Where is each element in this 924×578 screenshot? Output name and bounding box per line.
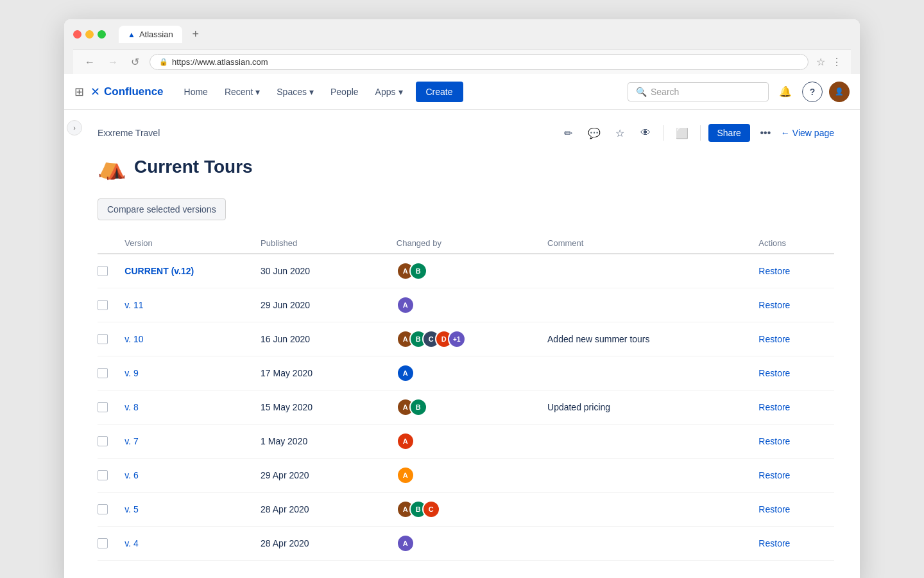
- address-bar[interactable]: 🔒 https://www.atlassian.com: [150, 54, 809, 70]
- restore-link[interactable]: Restore: [758, 300, 790, 310]
- changed-by: ABC: [397, 493, 547, 527]
- restore-link[interactable]: Restore: [758, 266, 790, 276]
- page-title-area: ⛺ Current Tours: [98, 153, 834, 180]
- search-icon: 🔍: [636, 87, 647, 97]
- notifications-button[interactable]: 🔔: [775, 82, 796, 102]
- col-version-header: Version: [124, 233, 261, 254]
- user-avatar[interactable]: 👤: [829, 82, 850, 102]
- table-row: v. 428 Apr 2020ARestore: [98, 527, 834, 561]
- row-checkbox[interactable]: [98, 266, 108, 276]
- comment-icon[interactable]: 💬: [584, 123, 604, 143]
- published-date: 30 Jun 2020: [261, 254, 397, 288]
- grid-icon[interactable]: ⊞: [74, 85, 84, 99]
- divider: [663, 125, 664, 141]
- version-link[interactable]: v. 6: [124, 470, 139, 480]
- nav-apps[interactable]: Apps ▾: [368, 82, 411, 102]
- avatar: A: [397, 364, 415, 382]
- lock-icon: 🔒: [159, 58, 168, 66]
- watch-icon[interactable]: 👁: [635, 123, 656, 143]
- comment-cell: [547, 527, 758, 561]
- edit-icon[interactable]: ✏: [558, 123, 579, 143]
- avatar: B: [409, 398, 427, 416]
- col-actions-header: Actions: [758, 233, 834, 254]
- chevron-down-icon: ▾: [398, 87, 403, 97]
- help-button[interactable]: ?: [802, 82, 823, 102]
- logo-text: Confluence: [104, 85, 164, 98]
- refresh-button[interactable]: ↺: [128, 55, 142, 69]
- row-checkbox[interactable]: [98, 504, 108, 514]
- changed-by: AB: [397, 254, 547, 288]
- version-link[interactable]: v. 11: [124, 300, 143, 310]
- row-checkbox[interactable]: [98, 300, 108, 310]
- restore-link[interactable]: Restore: [758, 504, 790, 514]
- star-icon[interactable]: ☆: [610, 123, 630, 143]
- version-link[interactable]: v. 10: [124, 334, 143, 344]
- page-actions: ✏ 💬 ☆ 👁 ⬜ Share ••• ← View page: [558, 123, 835, 143]
- create-button[interactable]: Create: [416, 82, 463, 102]
- close-button[interactable]: [73, 30, 81, 39]
- chevron-down-icon: ▾: [255, 87, 260, 97]
- browser-tab[interactable]: ▲ Atlassian: [119, 26, 182, 43]
- search-placeholder: Search: [651, 87, 679, 97]
- back-button[interactable]: ←: [82, 55, 98, 69]
- restore-link[interactable]: Restore: [758, 334, 790, 344]
- page-emoji: ⛺: [98, 153, 126, 180]
- version-link[interactable]: v. 9: [124, 368, 139, 378]
- version-link[interactable]: v. 8: [124, 402, 139, 412]
- row-checkbox[interactable]: [98, 470, 108, 480]
- restore-link[interactable]: Restore: [758, 436, 790, 446]
- nav-home[interactable]: Home: [176, 82, 216, 102]
- avatar: B: [409, 262, 427, 280]
- view-page-link[interactable]: ← View page: [781, 128, 834, 138]
- nav-right: 🔍 Search 🔔 ? 👤: [628, 82, 850, 102]
- maximize-button[interactable]: [98, 30, 106, 39]
- row-checkbox[interactable]: [98, 402, 108, 412]
- version-link[interactable]: v. 5: [124, 504, 139, 514]
- table-row: v. 528 Apr 2020ABCRestore: [98, 493, 834, 527]
- sidebar-toggle-button[interactable]: ›: [67, 120, 82, 136]
- changed-by: AB: [397, 390, 547, 425]
- nav-links: Home Recent ▾ Spaces ▾ People Apps ▾ Cre…: [176, 82, 463, 102]
- breadcrumb: Exxreme Travel: [98, 128, 160, 138]
- version-link[interactable]: CURRENT (v.12): [124, 266, 194, 276]
- avatar: A: [397, 466, 415, 484]
- row-checkbox[interactable]: [98, 538, 108, 548]
- restore-link[interactable]: Restore: [758, 368, 790, 378]
- row-checkbox[interactable]: [98, 436, 108, 446]
- restore-link[interactable]: Restore: [758, 402, 790, 412]
- forward-button[interactable]: →: [105, 55, 121, 69]
- copy-link-icon[interactable]: ⬜: [672, 123, 692, 143]
- share-button[interactable]: Share: [708, 124, 750, 142]
- logo-area[interactable]: ✕ Confluence: [90, 85, 164, 99]
- col-published-header: Published: [261, 233, 397, 254]
- nav-recent[interactable]: Recent ▾: [217, 82, 268, 102]
- compare-button[interactable]: Compare selected versions: [98, 198, 226, 220]
- comment-cell: Added new summer tours: [547, 322, 758, 356]
- table-row: v. 815 May 2020ABUpdated pricingRestore: [98, 390, 834, 425]
- search-box[interactable]: 🔍 Search: [628, 82, 769, 101]
- browser-menu-icon[interactable]: ⋮: [832, 56, 842, 68]
- minimize-button[interactable]: [85, 30, 94, 39]
- nav-people[interactable]: People: [323, 82, 366, 102]
- published-date: 16 Jun 2020: [261, 322, 397, 356]
- avatar: A: [397, 296, 415, 314]
- avatar: C: [422, 500, 440, 518]
- restore-link[interactable]: Restore: [758, 538, 790, 548]
- comment-cell: [547, 288, 758, 322]
- more-actions-button[interactable]: •••: [755, 123, 776, 143]
- comment-cell: [547, 459, 758, 493]
- version-link[interactable]: v. 7: [124, 436, 139, 446]
- bookmark-icon[interactable]: ☆: [816, 56, 825, 68]
- version-link[interactable]: v. 4: [124, 538, 139, 548]
- restore-link[interactable]: Restore: [758, 470, 790, 480]
- changed-by: A: [397, 425, 547, 459]
- view-page-label: View page: [792, 128, 834, 138]
- page-content: Exxreme Travel ✏ 💬 ☆ 👁 ⬜ Share ••• ← Vie…: [85, 110, 860, 578]
- tab-title: Atlassian: [139, 30, 173, 39]
- new-tab-button[interactable]: +: [187, 26, 204, 43]
- col-changed-header: Changed by: [397, 233, 547, 254]
- row-checkbox[interactable]: [98, 368, 108, 378]
- nav-spaces[interactable]: Spaces ▾: [269, 82, 321, 102]
- row-checkbox[interactable]: [98, 334, 108, 344]
- table-row: v. 71 May 2020ARestore: [98, 425, 834, 459]
